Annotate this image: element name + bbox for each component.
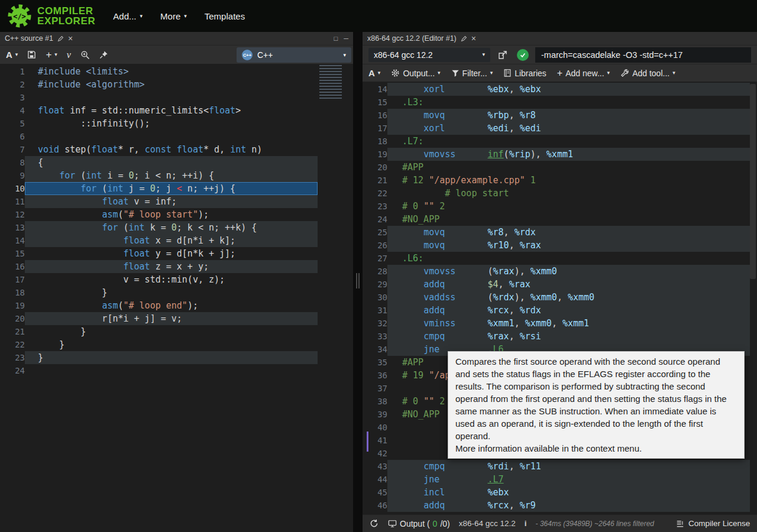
recompile-button[interactable]: [368, 517, 379, 531]
filter-funnel-icon: [451, 69, 460, 77]
code-line-13[interactable]: 13 for (int k = 0; k < n; ++k) {: [0, 221, 353, 234]
vertical-scrollbar[interactable]: [750, 84, 756, 279]
rename-pencil-icon[interactable]: [57, 35, 64, 42]
code-line-25[interactable]: 25 movq %r8, %rdx: [363, 226, 757, 239]
line-number: 12: [0, 208, 25, 221]
nav-add-menu[interactable]: Add...▾: [113, 11, 143, 21]
add-tool-button[interactable]: Add tool...▾: [620, 69, 675, 78]
code-line-27[interactable]: 27.L6:: [363, 252, 757, 265]
code-line-17[interactable]: 17 xorl %edi, %edi: [363, 122, 757, 135]
line-content: addq %rcx, %rdx: [387, 304, 750, 317]
code-line-29[interactable]: 29 addq $4, %rax: [363, 278, 757, 291]
rename-pencil-icon[interactable]: [461, 35, 467, 42]
code-line-6[interactable]: 6: [0, 130, 353, 143]
code-line-46[interactable]: 46 addq %rcx, %r9: [363, 499, 757, 512]
code-line-23[interactable]: 23}: [0, 351, 353, 364]
code-line-26[interactable]: 26 movq %r10, %rax: [363, 239, 757, 252]
compiler-tab-title[interactable]: x86-64 gcc 12.2 (Editor #1): [367, 34, 457, 43]
code-line-19[interactable]: 19 vmovss inf(%rip), %xmm1: [363, 148, 757, 161]
line-number: 18: [0, 286, 25, 299]
code-line-14[interactable]: 14 float x = d[n*i + k];: [0, 234, 353, 247]
code-line-17[interactable]: 17 v = std::min(v, z);: [0, 273, 353, 286]
vim-mode-button[interactable]: v: [67, 50, 71, 60]
code-line-43[interactable]: 43 cmpq %rdi, %r11: [363, 460, 757, 473]
compiler-license-button[interactable]: Compiler License: [676, 519, 750, 528]
code-line-21[interactable]: 21 }: [0, 325, 353, 338]
code-line-16[interactable]: 16 movq %rbp, %r8: [363, 109, 757, 122]
save-button[interactable]: [27, 50, 36, 59]
code-line-24[interactable]: 24#NO_APP: [363, 213, 757, 226]
code-line-44[interactable]: 44 jne .L7: [363, 473, 757, 486]
close-icon[interactable]: ×: [471, 34, 476, 43]
code-line-5[interactable]: 5 ::infinity();: [0, 117, 353, 130]
line-content: v = std::min(v, z);: [25, 273, 318, 286]
compiler-status-bar: Output (0/0) x86-64 gcc 12.2 i - 364ms (…: [363, 514, 757, 532]
code-line-10[interactable]: 10 for (int j = 0; j < n; ++j) {: [0, 182, 353, 195]
code-line-4[interactable]: 4float inf = std::numeric_limits<float>: [0, 104, 353, 117]
code-line-22[interactable]: 22 # loop start: [363, 187, 757, 200]
code-line-12[interactable]: 12 asm("# loop start");: [0, 208, 353, 221]
line-number: 23: [363, 200, 387, 213]
zoom-button[interactable]: [80, 50, 90, 60]
code-line-31[interactable]: 31 addq %rcx, %rdx: [363, 304, 757, 317]
code-line-15[interactable]: 15.L3:: [363, 96, 757, 109]
output-options-button[interactable]: Output...▾: [391, 69, 440, 78]
filter-button[interactable]: Filter...▾: [451, 69, 493, 78]
line-number: 29: [363, 278, 387, 291]
code-line-30[interactable]: 30 vaddss (%rdx), %xmm0, %xmm0: [363, 291, 757, 304]
code-line-1[interactable]: 1#include <limits>: [0, 65, 353, 78]
compiler-select[interactable]: x86-64 gcc 12.2 ▾: [368, 48, 490, 62]
code-line-18[interactable]: 18 }: [0, 286, 353, 299]
code-line-28[interactable]: 28 vmovss (%rax), %xmm0: [363, 265, 757, 278]
code-line-24[interactable]: 24: [0, 364, 353, 377]
add-new-button[interactable]: + Add new...▾: [557, 68, 610, 79]
code-line-23[interactable]: 23# 0 "" 2: [363, 200, 757, 213]
code-line-20[interactable]: 20#APP: [363, 161, 757, 174]
code-line-11[interactable]: 11 float v = inf;: [0, 195, 353, 208]
collapse-pane-icon[interactable]: ─: [344, 35, 348, 42]
code-line-45[interactable]: 45 incl %ebx: [363, 486, 757, 499]
source-tab-title[interactable]: C++ source #1: [5, 34, 53, 43]
gear-icon: [391, 69, 400, 77]
libraries-button[interactable]: Libraries: [503, 69, 546, 78]
pane-resize-divider[interactable]: [353, 32, 363, 532]
code-line-16[interactable]: 16 float z = x + y;: [0, 260, 353, 273]
close-icon[interactable]: ×: [68, 34, 73, 43]
code-line-19[interactable]: 19 asm("# loop end");: [0, 299, 353, 312]
code-line-22[interactable]: 22 }: [0, 338, 353, 351]
compiler-options-input[interactable]: [535, 47, 751, 63]
font-size-button[interactable]: A▾: [368, 68, 380, 78]
svg-text:</>: </>: [13, 12, 26, 21]
pin-button[interactable]: [99, 50, 108, 59]
plus-icon: +: [557, 68, 562, 79]
code-line-33[interactable]: 33 cmpq %rax, %rsi: [363, 330, 757, 343]
code-line-20[interactable]: 20 r[n*i + j] = v;: [0, 312, 353, 325]
open-compiler-site-button[interactable]: [495, 48, 510, 62]
code-line-14[interactable]: 14 xorl %ebx, %ebx: [363, 83, 757, 96]
line-number: 44: [363, 473, 387, 486]
code-line-18[interactable]: 18.L7:: [363, 135, 757, 148]
source-code-editor[interactable]: 1#include <limits>2#include <algorithm>3…: [0, 64, 353, 532]
code-line-3[interactable]: 3: [0, 91, 353, 104]
code-line-21[interactable]: 21# 12 "/app/example.cpp" 1: [363, 174, 757, 187]
code-line-9[interactable]: 9 for (int i = 0; i < n; ++i) {: [0, 169, 353, 182]
code-line-2[interactable]: 2#include <algorithm>: [0, 78, 353, 91]
code-line-32[interactable]: 32 vminss %xmm1, %xmm0, %xmm1: [363, 317, 757, 330]
code-line-7[interactable]: 7void step(float* r, const float* d, int…: [0, 143, 353, 156]
maximize-pane-icon[interactable]: □: [334, 35, 338, 42]
line-number: 26: [363, 239, 387, 252]
language-select[interactable]: C++ C++ ▾: [237, 47, 351, 63]
nav-templates[interactable]: Templates: [205, 11, 245, 21]
line-content: ::infinity();: [25, 117, 318, 130]
info-icon[interactable]: i: [525, 519, 527, 528]
font-size-button[interactable]: A▾: [6, 50, 18, 60]
compiler-explorer-logo[interactable]: </> COMPILER EXPLORER: [7, 4, 95, 28]
compile-status-button[interactable]: [515, 48, 530, 62]
code-line-15[interactable]: 15 float y = d[n*k + j];: [0, 247, 353, 260]
code-line-8[interactable]: 8{: [0, 156, 353, 169]
line-number: 6: [0, 130, 25, 143]
minimap[interactable]: [319, 65, 342, 99]
add-pane-button[interactable]: +▾: [46, 49, 57, 61]
nav-more-menu[interactable]: More▾: [160, 11, 187, 21]
output-log-button[interactable]: Output (0/0): [388, 519, 450, 528]
